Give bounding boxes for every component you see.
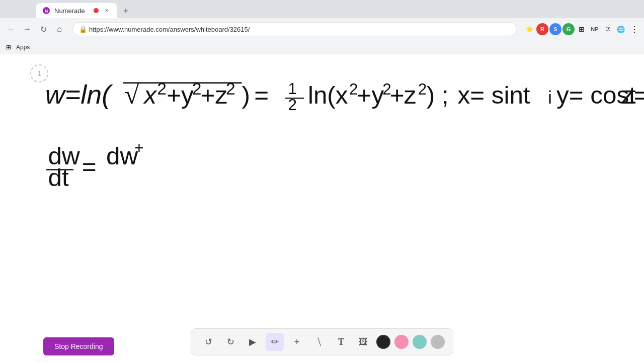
apps-grid-icon: ⊞ <box>6 44 11 51</box>
text-tool-button[interactable]: T <box>332 333 350 351</box>
undo-icon: ↺ <box>205 336 212 347</box>
svg-text:√: √ <box>124 80 139 110</box>
extensions-icon[interactable]: ⭐ <box>523 23 535 35</box>
svg-text:+z: +z <box>201 82 228 109</box>
svg-text:1: 1 <box>288 80 297 98</box>
tab-title: Numerade <box>54 7 90 15</box>
math-content: w=ln( √ x 2 +y 2 +z 2 ) = 1 2 ln(x <box>0 54 644 362</box>
pen-icon: ✏ <box>271 336 279 347</box>
cursor-icon: ▶ <box>249 336 256 347</box>
stop-recording-button[interactable]: Stop Recording <box>43 337 114 355</box>
apps-bookmark[interactable]: ⊞ Apps <box>6 43 33 52</box>
undo-button[interactable]: ↺ <box>199 333 217 351</box>
color-gray[interactable] <box>431 335 445 349</box>
svg-text:x: x <box>143 82 157 109</box>
tab-favicon: N <box>42 7 50 15</box>
home-button[interactable]: ⌂ <box>52 22 66 36</box>
svg-text:dw: dw <box>106 142 138 169</box>
svg-text:+: + <box>390 82 405 109</box>
svg-text:+: + <box>134 139 143 157</box>
forward-icon: → <box>23 25 31 34</box>
back-icon: ← <box>7 25 15 34</box>
color-pink[interactable] <box>394 335 409 349</box>
svg-text:i: i <box>548 88 552 108</box>
new-tab-button[interactable]: + <box>119 4 133 18</box>
svg-text:+y: +y <box>167 82 194 109</box>
ext1-icon[interactable]: S <box>549 23 561 35</box>
ext5-icon[interactable]: ⑦ <box>602 23 614 35</box>
redo-icon: ↻ <box>227 336 234 347</box>
svg-text:w=ln(: w=ln( <box>45 80 114 109</box>
nav-bar: ← → ↻ ⌂ 🔒 https://www.numerade.com/answe… <box>0 18 644 40</box>
drawing-toolbar: ↺ ↻ ▶ ✏ + ╱ <box>191 328 453 355</box>
add-button[interactable]: + <box>288 333 306 351</box>
home-icon: ⌂ <box>57 25 62 34</box>
svg-text:N: N <box>45 9 48 14</box>
tab-bar: N Numerade × + <box>0 0 644 18</box>
image-icon: 🖼 <box>359 337 368 347</box>
back-button[interactable]: ← <box>4 22 18 36</box>
pen-tool-button[interactable]: ✏ <box>266 333 284 351</box>
eraser-button[interactable]: ╱ <box>310 333 328 351</box>
lock-icon: 🔒 <box>79 26 87 33</box>
ext2-icon[interactable]: G <box>562 23 575 35</box>
apps-label[interactable]: Apps <box>13 43 33 52</box>
svg-text:2: 2 <box>418 80 427 98</box>
redo-button[interactable]: ↻ <box>221 333 239 351</box>
svg-text:z= tant: z= tant <box>621 82 644 109</box>
svg-text:) ;: ) ; <box>427 82 449 109</box>
plus-icon: + <box>294 337 300 347</box>
image-button[interactable]: 🖼 <box>354 333 372 351</box>
tab-close-button[interactable]: × <box>103 7 111 15</box>
svg-text:dt: dt <box>48 164 69 191</box>
svg-text:x= sint: x= sint <box>457 82 530 109</box>
recording-dot <box>94 8 99 13</box>
svg-text:z: z <box>404 82 417 109</box>
profile-icon[interactable]: R <box>536 23 548 35</box>
svg-text:): ) <box>242 82 250 109</box>
whiteboard[interactable]: 1 w=ln( √ x 2 +y 2 +z 2 ) = 1 <box>0 54 644 362</box>
svg-text:ln(x: ln(x <box>308 82 348 109</box>
refresh-button[interactable]: ↻ <box>36 22 50 36</box>
ext6-icon[interactable]: 🌐 <box>615 23 627 35</box>
refresh-icon: ↻ <box>40 25 47 34</box>
bottom-toolbar-area: Stop Recording ↺ ↻ ▶ ✏ <box>0 322 644 362</box>
page-content: 1 w=ln( √ x 2 +y 2 +z 2 ) = 1 <box>0 54 644 362</box>
svg-text:2: 2 <box>288 97 297 114</box>
bookmarks-bar: ⊞ Apps <box>0 40 644 54</box>
ext4-icon[interactable]: NP <box>589 23 601 35</box>
text-icon: T <box>338 337 344 347</box>
select-tool-button[interactable]: ▶ <box>244 333 262 351</box>
address-bar[interactable]: 🔒 https://www.numerade.com/answers/white… <box>72 22 517 36</box>
active-tab[interactable]: N Numerade × <box>36 3 117 18</box>
eraser-icon: ╱ <box>315 338 324 346</box>
svg-text:=: = <box>82 153 97 180</box>
svg-text:=: = <box>254 82 269 109</box>
forward-button[interactable]: → <box>20 22 34 36</box>
browser-extensions: ⭐ R S G ⊞ NP ⑦ 🌐 ⋮ <box>523 23 640 35</box>
address-text: https://www.numerade.com/answers/whitebo… <box>89 26 511 33</box>
ext3-icon[interactable]: ⊞ <box>576 23 588 35</box>
color-green[interactable] <box>413 335 427 349</box>
menu-icon[interactable]: ⋮ <box>628 23 640 35</box>
color-black[interactable] <box>376 335 390 349</box>
svg-text:+y: +y <box>357 82 384 109</box>
